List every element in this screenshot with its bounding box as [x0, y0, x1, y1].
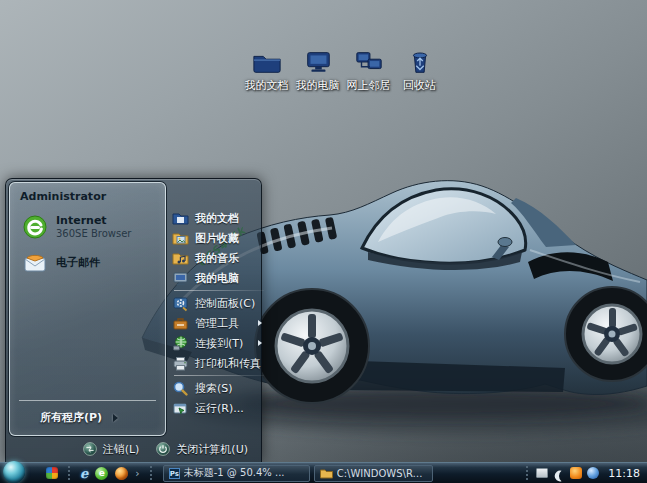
admin-tools-icon — [172, 315, 189, 332]
start-menu-item-email[interactable]: 电子邮件 — [10, 245, 165, 281]
shut-down-button[interactable]: 关闭计算机(U) — [156, 442, 248, 457]
my-music-icon — [172, 250, 189, 267]
my-computer-icon — [172, 270, 189, 287]
menu-item-label: 管理工具 — [195, 316, 239, 331]
quick-launch-bar: e e › — [46, 466, 155, 480]
menu-item-label: 我的文档 — [195, 211, 239, 226]
language-indicator-icon[interactable] — [536, 468, 548, 478]
360-browser-icon — [23, 215, 47, 239]
my-computer-icon — [303, 49, 333, 75]
email-icon — [23, 251, 47, 275]
desktop-icon-recycle-bin[interactable]: 回收站 — [394, 49, 445, 93]
shut-down-label: 关闭计算机(U) — [176, 442, 248, 457]
start-menu-item-run[interactable]: 运行(R)... — [172, 398, 264, 418]
menu-separator — [174, 290, 264, 291]
start-menu-item-my-music[interactable]: 我的音乐 — [172, 248, 264, 268]
submenu-arrow-icon — [258, 340, 262, 346]
log-off-icon — [83, 442, 97, 456]
menu-item-label: 打印机和传真 — [195, 356, 261, 371]
taskbar-clock[interactable]: 11:18 — [608, 467, 640, 480]
search-icon — [172, 380, 189, 397]
recycle-bin-icon — [405, 49, 435, 75]
start-menu-item-admin-tools[interactable]: 管理工具 — [172, 313, 264, 333]
run-icon — [172, 400, 189, 417]
log-off-label: 注销(L) — [103, 442, 140, 457]
task-button-label: C:\WINDOWS\Reso... — [337, 468, 427, 479]
task-button-label: 未标题-1 @ 50.4% ... — [184, 466, 285, 480]
taskbar-separator — [526, 466, 528, 480]
start-button[interactable] — [3, 461, 25, 483]
taskbar: e e › Ps 未标题-1 @ 50.4% ... C:\WINDOWS\Re… — [0, 462, 647, 483]
wangwang-tray-icon[interactable] — [570, 467, 582, 479]
menu-item-label: 搜索(S) — [195, 381, 233, 396]
menu-item-label: 控制面板(C) — [195, 296, 255, 311]
menu-item-label: 我的音乐 — [195, 251, 239, 266]
shut-down-icon — [156, 442, 170, 456]
desktop-icon-network-places[interactable]: 网上邻居 — [343, 49, 394, 93]
desktop-icon-row: 我的文档 我的电脑 网上邻居 回收站 — [241, 49, 445, 93]
taskbar-separator — [68, 466, 70, 480]
all-programs-button[interactable]: 所有程序(P) — [19, 400, 156, 435]
menu-item-label: 图片收藏 — [195, 231, 239, 246]
task-button-explorer[interactable]: C:\WINDOWS\Reso... — [314, 465, 433, 482]
quick-launch-overflow-chevron[interactable]: › — [135, 468, 139, 479]
desktop-icon-my-documents[interactable]: 我的文档 — [241, 49, 292, 93]
task-button-area: Ps 未标题-1 @ 50.4% ... C:\WINDOWS\Reso... — [163, 465, 433, 482]
control-panel-icon — [172, 295, 189, 312]
start-menu-item-my-pictures[interactable]: 图片收藏 — [172, 228, 264, 248]
pinned-item-subtitle: 360SE Browser — [56, 228, 131, 240]
internet-explorer-icon[interactable]: e — [80, 467, 88, 480]
menu-separator — [174, 375, 264, 376]
desktop-icon-label: 回收站 — [403, 78, 436, 93]
network-orb-tray-icon[interactable] — [587, 467, 599, 479]
start-menu-right-column: 我的文档 图片收藏 我的音乐 我的电脑 控制面板(C) 管理工具 — [172, 208, 264, 418]
submenu-arrow-icon — [258, 320, 262, 326]
printer-icon — [172, 355, 189, 372]
menu-item-label: 我的电脑 — [195, 271, 239, 286]
my-documents-folder-icon — [252, 49, 282, 75]
desktop-icon-my-computer[interactable]: 我的电脑 — [292, 49, 343, 93]
360-browser-quicklaunch-icon[interactable]: e — [95, 467, 108, 480]
start-menu-item-printers-faxes[interactable]: 打印机和传真 — [172, 353, 264, 373]
start-menu-footer: 注销(L) 关闭计算机(U) — [6, 436, 261, 462]
crescent-tray-icon[interactable] — [553, 467, 565, 479]
messenger-icon[interactable] — [46, 467, 58, 479]
start-menu-user-panel: Administrator Internet 360SE Browser 电子邮… — [9, 182, 166, 436]
log-off-button[interactable]: 注销(L) — [83, 442, 140, 457]
desktop-icon-label: 我的电脑 — [296, 78, 340, 93]
task-button-photoshop[interactable]: Ps 未标题-1 @ 50.4% ... — [163, 465, 310, 482]
start-menu-item-search[interactable]: 搜索(S) — [172, 378, 264, 398]
user-name: Administrator — [10, 183, 165, 209]
folder-icon — [320, 468, 333, 479]
taskbar-separator — [150, 466, 152, 480]
start-menu-item-connect-to[interactable]: 连接到(T) — [172, 333, 264, 353]
start-menu-item-control-panel[interactable]: 控制面板(C) — [172, 293, 264, 313]
firefox-icon[interactable] — [115, 467, 128, 480]
start-menu: Administrator Internet 360SE Browser 电子邮… — [5, 178, 262, 462]
network-places-icon — [354, 49, 384, 75]
my-pictures-icon — [172, 230, 189, 247]
photoshop-icon: Ps — [169, 468, 180, 479]
desktop-icon-label: 我的文档 — [245, 78, 289, 93]
pinned-item-title: Internet — [56, 215, 131, 228]
system-tray: 11:18 — [523, 466, 647, 480]
pinned-item-title: 电子邮件 — [56, 257, 100, 270]
start-menu-item-internet[interactable]: Internet 360SE Browser — [10, 209, 165, 245]
all-programs-arrow-icon — [113, 414, 118, 422]
connect-to-icon — [172, 335, 189, 352]
menu-item-label: 连接到(T) — [195, 336, 243, 351]
desktop-screen: eCS4.4k 我的文档 我的电脑 网上邻居 回收站 — [0, 0, 647, 483]
my-documents-icon — [172, 210, 189, 227]
start-menu-item-my-documents[interactable]: 我的文档 — [172, 208, 264, 228]
user-panel-spacer — [10, 281, 165, 400]
menu-item-label: 运行(R)... — [195, 401, 244, 416]
all-programs-label: 所有程序(P) — [40, 410, 102, 425]
desktop-icon-label: 网上邻居 — [347, 78, 391, 93]
start-menu-item-my-computer[interactable]: 我的电脑 — [172, 268, 264, 288]
